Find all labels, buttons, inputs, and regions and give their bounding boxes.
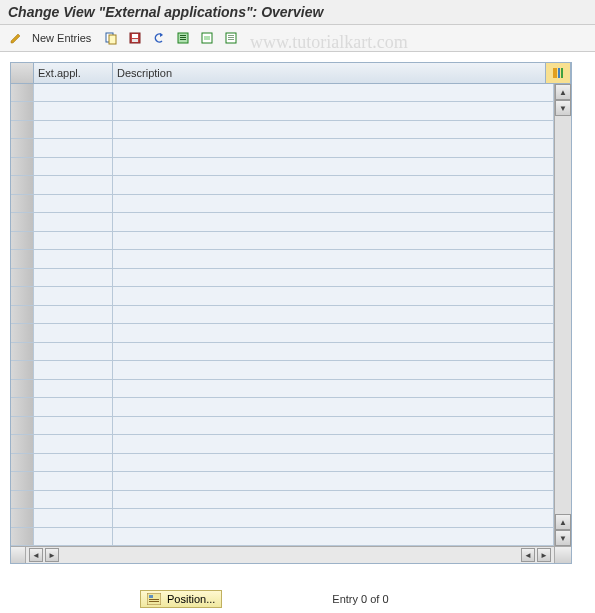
row-selector[interactable] bbox=[11, 324, 34, 341]
cell-description[interactable] bbox=[113, 528, 554, 545]
cell-description[interactable] bbox=[113, 454, 554, 471]
cell-ext-appl[interactable] bbox=[34, 250, 113, 267]
cell-description[interactable] bbox=[113, 195, 554, 212]
grid-header-description[interactable]: Description bbox=[113, 63, 546, 83]
row-selector[interactable] bbox=[11, 232, 34, 249]
cell-ext-appl[interactable] bbox=[34, 380, 113, 397]
cell-ext-appl[interactable] bbox=[34, 509, 113, 526]
cell-description[interactable] bbox=[113, 435, 554, 452]
h-scroll-left-button-2[interactable]: ◄ bbox=[521, 548, 535, 562]
row-selector[interactable] bbox=[11, 121, 34, 138]
cell-description[interactable] bbox=[113, 472, 554, 489]
new-entries-button[interactable]: New Entries bbox=[30, 32, 97, 44]
grid-config-button[interactable] bbox=[546, 63, 571, 83]
h-scroll-left-button-1[interactable]: ◄ bbox=[29, 548, 43, 562]
scroll-down-button-top[interactable]: ▼ bbox=[555, 100, 571, 116]
cell-description[interactable] bbox=[113, 232, 554, 249]
table-row bbox=[11, 195, 554, 213]
cell-description[interactable] bbox=[113, 361, 554, 378]
cell-description[interactable] bbox=[113, 250, 554, 267]
cell-ext-appl[interactable] bbox=[34, 398, 113, 415]
row-selector[interactable] bbox=[11, 213, 34, 230]
row-selector[interactable] bbox=[11, 417, 34, 434]
cell-description[interactable] bbox=[113, 287, 554, 304]
cell-ext-appl[interactable] bbox=[34, 361, 113, 378]
cell-ext-appl[interactable] bbox=[34, 417, 113, 434]
cell-ext-appl[interactable] bbox=[34, 213, 113, 230]
cell-description[interactable] bbox=[113, 158, 554, 175]
cell-description[interactable] bbox=[113, 176, 554, 193]
row-selector[interactable] bbox=[11, 491, 34, 508]
cell-ext-appl[interactable] bbox=[34, 435, 113, 452]
cell-ext-appl[interactable] bbox=[34, 102, 113, 119]
row-selector[interactable] bbox=[11, 250, 34, 267]
row-selector[interactable] bbox=[11, 509, 34, 526]
cell-ext-appl[interactable] bbox=[34, 343, 113, 360]
cell-description[interactable] bbox=[113, 509, 554, 526]
row-selector[interactable] bbox=[11, 306, 34, 323]
position-button[interactable]: Position... bbox=[140, 590, 222, 608]
row-selector[interactable] bbox=[11, 454, 34, 471]
cell-description[interactable] bbox=[113, 380, 554, 397]
grid-header-select-all[interactable] bbox=[11, 63, 34, 83]
row-selector[interactable] bbox=[11, 528, 34, 545]
row-selector[interactable] bbox=[11, 102, 34, 119]
cell-description[interactable] bbox=[113, 343, 554, 360]
row-selector[interactable] bbox=[11, 398, 34, 415]
cell-ext-appl[interactable] bbox=[34, 158, 113, 175]
cell-description[interactable] bbox=[113, 121, 554, 138]
save-icon[interactable] bbox=[125, 28, 145, 48]
select-all-icon[interactable] bbox=[173, 28, 193, 48]
row-selector[interactable] bbox=[11, 158, 34, 175]
scroll-up-button-bottom[interactable]: ▲ bbox=[555, 514, 571, 530]
row-selector[interactable] bbox=[11, 84, 34, 101]
row-selector[interactable] bbox=[11, 287, 34, 304]
cell-ext-appl[interactable] bbox=[34, 472, 113, 489]
cell-ext-appl[interactable] bbox=[34, 232, 113, 249]
cell-description[interactable] bbox=[113, 269, 554, 286]
cell-ext-appl[interactable] bbox=[34, 454, 113, 471]
cell-ext-appl[interactable] bbox=[34, 324, 113, 341]
cell-description[interactable] bbox=[113, 139, 554, 156]
cell-ext-appl[interactable] bbox=[34, 306, 113, 323]
select-block-icon[interactable] bbox=[197, 28, 217, 48]
cell-ext-appl[interactable] bbox=[34, 287, 113, 304]
row-selector[interactable] bbox=[11, 195, 34, 212]
cell-ext-appl[interactable] bbox=[34, 121, 113, 138]
copy-icon[interactable] bbox=[101, 28, 121, 48]
h-scroll-right-button-1[interactable]: ► bbox=[45, 548, 59, 562]
page-title: Change View "External applications": Ove… bbox=[8, 4, 323, 20]
cell-ext-appl[interactable] bbox=[34, 84, 113, 101]
grid-header-ext-appl[interactable]: Ext.appl. bbox=[34, 63, 113, 83]
row-selector[interactable] bbox=[11, 343, 34, 360]
scroll-up-button[interactable]: ▲ bbox=[555, 84, 571, 100]
cell-ext-appl[interactable] bbox=[34, 176, 113, 193]
cell-ext-appl[interactable] bbox=[34, 491, 113, 508]
row-selector[interactable] bbox=[11, 380, 34, 397]
cell-ext-appl[interactable] bbox=[34, 195, 113, 212]
h-scroll-right-button-2[interactable]: ► bbox=[537, 548, 551, 562]
table-row bbox=[11, 102, 554, 120]
cell-description[interactable] bbox=[113, 306, 554, 323]
change-icon[interactable] bbox=[6, 28, 26, 48]
row-selector[interactable] bbox=[11, 472, 34, 489]
cell-ext-appl[interactable] bbox=[34, 528, 113, 545]
cell-description[interactable] bbox=[113, 398, 554, 415]
cell-description[interactable] bbox=[113, 417, 554, 434]
row-selector[interactable] bbox=[11, 139, 34, 156]
deselect-all-icon[interactable] bbox=[221, 28, 241, 48]
row-selector[interactable] bbox=[11, 435, 34, 452]
cell-description[interactable] bbox=[113, 324, 554, 341]
cell-description[interactable] bbox=[113, 491, 554, 508]
row-selector[interactable] bbox=[11, 361, 34, 378]
cell-description[interactable] bbox=[113, 213, 554, 230]
scroll-track-vertical[interactable] bbox=[555, 116, 571, 514]
cell-ext-appl[interactable] bbox=[34, 269, 113, 286]
undo-icon[interactable] bbox=[149, 28, 169, 48]
cell-ext-appl[interactable] bbox=[34, 139, 113, 156]
row-selector[interactable] bbox=[11, 269, 34, 286]
row-selector[interactable] bbox=[11, 176, 34, 193]
cell-description[interactable] bbox=[113, 84, 554, 101]
scroll-down-button[interactable]: ▼ bbox=[555, 530, 571, 546]
cell-description[interactable] bbox=[113, 102, 554, 119]
